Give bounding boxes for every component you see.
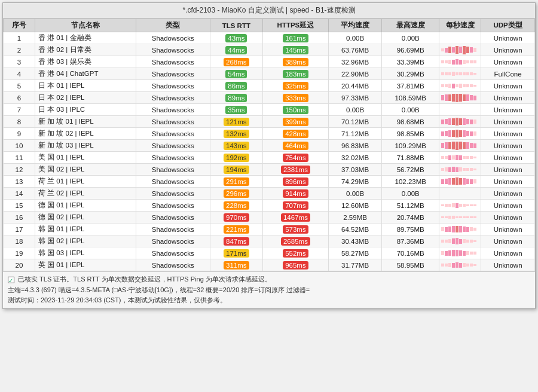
cell-avg: 37.03MB [328,164,381,176]
cell-name: 韩 国 03 | IEPL [35,247,136,259]
speed-bar-segment [470,168,473,170]
speed-bar-segment [452,84,455,88]
cell-name: 英 国 01 | IEPL [35,259,136,271]
cell-name: 美 国 01 | IEPL [35,152,136,164]
speed-bar-segment [448,155,451,160]
speed-bar-segment [448,239,451,243]
speed-bar-segment [448,178,451,184]
cell-name: 香 港 02 | 日常类 [35,44,136,56]
speed-bar-segment [470,84,473,87]
cell-udp: Unknown [481,200,535,212]
cell-https: 325ms [262,80,328,92]
cell-udp: Unknown [481,188,535,200]
speed-bar-segment [463,239,466,243]
cell-speed-bars [439,56,481,68]
speed-bar-segment [445,167,448,172]
speed-bar-segment [452,47,455,53]
cell-udp: Unknown [481,152,535,164]
cell-max: 30.29MB [382,68,439,80]
cell-type: Shadowsocks [136,32,210,44]
cell-speed-bars [439,235,481,247]
cell-udp: Unknown [481,128,535,140]
speed-bar-segment [463,46,466,54]
cell-rtt: 268ms [210,56,262,68]
table-row: 19韩 国 03 | IEPLShadowsocks171ms552ms58.2… [4,247,535,259]
cell-udp: Unknown [481,56,535,68]
table-row: 20英 国 01 | IEPLShadowsocks311ms965ms31.7… [4,259,535,271]
speed-bar-segment [456,72,458,76]
cell-avg: 58.27MB [328,247,381,259]
cell-type: Shadowsocks [136,176,210,188]
cell-type: Shadowsocks [136,223,210,235]
cell-https: 464ms [262,140,328,152]
speed-bar-segment [470,216,473,218]
cell-id: 4 [4,68,35,80]
cell-udp: Unknown [481,80,535,92]
cell-speed-bars [439,152,481,164]
cell-rtt: 192ms [210,152,262,164]
col-https: HTTPS延迟 [262,19,328,32]
cell-speed-bars [439,200,481,212]
speed-bar-segment [466,84,469,87]
speed-bar-segment [452,203,455,207]
speed-bar-segment [452,250,455,256]
cell-udp: FullCone [481,68,535,80]
speed-bar-segment [445,204,448,206]
speed-bar-segment [452,118,455,125]
speed-bar-segment [452,263,455,268]
speed-bar-segment [466,47,469,54]
speed-bar-segment [448,216,451,218]
footer: 已核实 TLS 证书。TLS RTT 为单次数据交换延迟，HTTPS Ping … [3,271,535,308]
speed-bar-segment [441,168,444,170]
table-row: 4香 港 04 | ChatGPTShadowsocks54ms183ms22.… [4,68,535,80]
speed-bar-segment [473,48,476,52]
cell-type: Shadowsocks [136,140,210,152]
speed-bar-segment [441,204,444,206]
speed-bar-segment [441,131,444,136]
cell-udp: Unknown [481,235,535,247]
speed-bar-segment [470,143,473,148]
cell-speed-bars [439,44,481,56]
speed-bar-segment [463,178,466,184]
cell-id: 16 [4,212,35,223]
cell-rtt: 970ms [210,212,262,223]
cell-name: 日 本 03 | IPLC [35,104,136,116]
cell-max: 56.72MB [382,164,439,176]
cell-udp: Unknown [481,104,535,116]
speed-bar-segment [470,252,473,255]
speed-bar-segment [473,85,476,87]
speed-bar-segment [470,60,473,63]
cell-udp: Unknown [481,247,535,259]
speed-bar-segment [456,250,458,256]
speed-bar-segment [473,216,476,218]
table-row: 15德 国 01 | IEPLShadowsocks228ms707ms12.6… [4,200,535,212]
table-row: 7日 本 03 | IPLCShadowsocks35ms150ms0.00B0… [4,104,535,116]
footer-line3: 测试时间：2023-11-29 20:34:03 (CST)，本测试为试验性结果… [8,295,530,306]
cell-id: 6 [4,92,35,104]
speed-bar-segment [441,48,444,52]
speed-bar-segment [441,143,444,148]
cell-type: Shadowsocks [136,80,210,92]
cell-max: 51.12MB [382,200,439,212]
cell-udp: Unknown [481,164,535,176]
speed-bar-segment [459,226,462,232]
speed-bar-segment [441,95,444,100]
speed-bar-segment [452,130,455,137]
speed-bar-segment [463,142,466,149]
cell-name: 新 加 坡 02 | IEPL [35,128,136,140]
cell-id: 11 [4,152,35,164]
cell-https: 754ms [262,152,328,164]
cell-id: 1 [4,32,35,44]
speed-bar-segment [459,118,462,125]
speed-bar-segment [459,60,462,65]
speed-bar-segment [470,156,473,158]
cell-id: 18 [4,235,35,247]
speed-bar-segment [466,60,469,64]
speed-bar-segment [473,96,476,100]
speed-bar-segment [445,240,448,243]
speed-bar-segment [473,143,476,148]
speed-bar-segment [459,142,462,149]
speed-bar-segment [473,169,476,170]
speed-bar-segment [452,142,455,149]
window-title: *.cfd-2103 - MiaoKo 自定义测试 | speed - B1-速… [182,6,355,14]
